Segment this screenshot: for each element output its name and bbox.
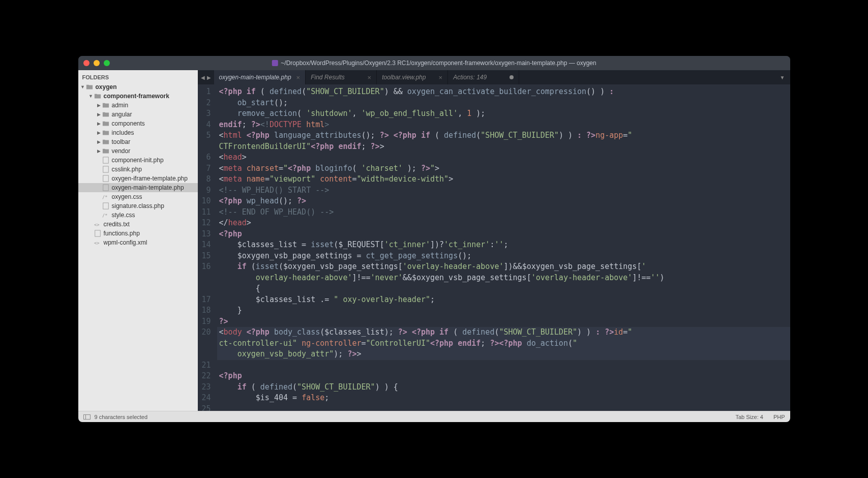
tree-file[interactable]: <>credits.txt bbox=[78, 220, 198, 229]
line-number[interactable]: 20 bbox=[202, 327, 211, 338]
code-line[interactable]: <!-- WP_HEAD() START --> bbox=[217, 185, 790, 196]
line-number[interactable]: 24 bbox=[202, 393, 211, 404]
code-line[interactable]: ct-controller-ui" ng-controller="Control… bbox=[217, 338, 790, 349]
maximize-window-button[interactable] bbox=[104, 60, 110, 66]
code-line[interactable]: <meta name="viewport" content="width=dev… bbox=[217, 174, 790, 185]
disclosure-arrow-icon[interactable] bbox=[97, 103, 102, 108]
line-number[interactable]: 12 bbox=[202, 218, 211, 229]
code-line[interactable] bbox=[217, 404, 790, 411]
code-line[interactable]: $classes_list .= " oxy-overlay-header"; bbox=[217, 294, 790, 306]
folder-tree[interactable]: oxygencomponent-frameworkadminangularcom… bbox=[78, 82, 198, 411]
tab-close-icon[interactable]: × bbox=[368, 74, 372, 81]
line-number[interactable]: 25 bbox=[202, 404, 211, 411]
line-number[interactable] bbox=[202, 283, 211, 294]
panel-toggle-icon[interactable] bbox=[83, 414, 91, 420]
line-number[interactable]: 10 bbox=[202, 196, 211, 207]
tree-file[interactable]: /*style.css bbox=[78, 211, 198, 220]
line-number[interactable]: 11 bbox=[202, 207, 211, 218]
code-line[interactable]: <html <?php language_attributes(); ?> <?… bbox=[217, 130, 790, 141]
tab[interactable]: Find Results× bbox=[306, 70, 377, 84]
line-number[interactable]: 17 bbox=[202, 294, 211, 306]
line-number[interactable]: 21 bbox=[202, 360, 211, 371]
minimize-window-button[interactable] bbox=[94, 60, 100, 66]
tree-file[interactable]: /*oxygen.css bbox=[78, 192, 198, 201]
line-number[interactable] bbox=[202, 273, 211, 284]
disclosure-arrow-icon[interactable] bbox=[97, 139, 102, 144]
tab-back-icon[interactable]: ◀ bbox=[201, 75, 205, 80]
code-line[interactable]: <!-- END OF WP_HEAD() --> bbox=[217, 207, 790, 218]
line-number[interactable]: 15 bbox=[202, 251, 211, 262]
disclosure-arrow-icon[interactable] bbox=[80, 84, 85, 89]
line-number[interactable] bbox=[202, 141, 211, 153]
tree-folder[interactable]: component-framework bbox=[78, 92, 198, 101]
tree-file[interactable]: component-init.php bbox=[78, 156, 198, 165]
tab[interactable]: toolbar.view.php× bbox=[377, 70, 448, 84]
close-window-button[interactable] bbox=[83, 60, 89, 66]
tab[interactable]: Actions: 149 bbox=[448, 70, 519, 84]
line-number[interactable]: 1 bbox=[202, 86, 211, 98]
code-line[interactable]: overlay-header-above']!=='never'&&$oxyge… bbox=[217, 273, 790, 284]
tree-folder[interactable]: includes bbox=[78, 128, 198, 137]
code-line[interactable]: $classes_list = isset($_REQUEST['ct_inne… bbox=[217, 240, 790, 251]
line-number[interactable]: 13 bbox=[202, 229, 211, 240]
disclosure-arrow-icon[interactable] bbox=[97, 130, 102, 135]
syntax-button[interactable]: PHP bbox=[773, 414, 785, 420]
code-line[interactable]: <?php if ( defined("SHOW_CT_BUILDER") &&… bbox=[217, 86, 790, 98]
tab-forward-icon[interactable]: ▶ bbox=[207, 75, 211, 80]
line-number[interactable]: 14 bbox=[202, 240, 211, 251]
disclosure-arrow-icon[interactable] bbox=[97, 148, 102, 154]
code-line[interactable]: oxygen_vsb_body_attr"); ?>> bbox=[217, 349, 790, 360]
line-number[interactable]: 23 bbox=[202, 382, 211, 393]
line-number[interactable]: 7 bbox=[202, 163, 211, 174]
line-gutter[interactable]: 1234567891011121314151617181920212223242… bbox=[198, 84, 217, 411]
tab[interactable]: oxygen-main-template.php× bbox=[214, 70, 306, 84]
code-content[interactable]: <?php if ( defined("SHOW_CT_BUILDER") &&… bbox=[217, 84, 790, 411]
line-number[interactable]: 16 bbox=[202, 261, 211, 273]
code-line[interactable]: </head> bbox=[217, 218, 790, 229]
tree-folder[interactable]: components bbox=[78, 119, 198, 128]
code-line[interactable]: <?php bbox=[217, 371, 790, 382]
line-number[interactable]: 3 bbox=[202, 108, 211, 120]
tab-size-button[interactable]: Tab Size: 4 bbox=[735, 414, 763, 420]
tree-folder[interactable]: oxygen bbox=[78, 82, 198, 92]
tree-file[interactable]: oxygen-iframe-template.php bbox=[78, 174, 198, 183]
tree-folder[interactable]: toolbar bbox=[78, 137, 198, 146]
code-line[interactable]: ob_start(); bbox=[217, 98, 790, 109]
tab-close-icon[interactable]: × bbox=[296, 74, 301, 81]
line-number[interactable]: 4 bbox=[202, 120, 211, 131]
tree-folder[interactable]: angular bbox=[78, 110, 198, 119]
line-number[interactable]: 18 bbox=[202, 305, 211, 316]
code-line[interactable]: <head> bbox=[217, 152, 790, 163]
line-number[interactable]: 22 bbox=[202, 371, 211, 382]
code-line[interactable]: remove_action( 'shutdown', 'wp_ob_end_fl… bbox=[217, 108, 790, 120]
line-number[interactable]: 6 bbox=[202, 152, 211, 163]
code-line[interactable]: ?> bbox=[217, 316, 790, 327]
line-number[interactable] bbox=[202, 349, 211, 360]
titlebar[interactable]: ~/Dropbox/WordPress/Plugins/Oxygen/2.3 R… bbox=[78, 56, 790, 70]
tree-file[interactable]: oxygen-main-template.php bbox=[78, 183, 198, 192]
disclosure-arrow-icon[interactable] bbox=[88, 94, 94, 99]
tree-file[interactable]: <>wpml-config.xml bbox=[78, 238, 198, 247]
line-number[interactable]: 9 bbox=[202, 185, 211, 196]
tree-folder[interactable]: vendor bbox=[78, 146, 198, 156]
code-line[interactable]: <?php wp_head(); ?> bbox=[217, 196, 790, 207]
code-line[interactable]: <body <?php body_class($classes_list); ?… bbox=[217, 327, 790, 338]
code-line[interactable]: endif; ?><!DOCTYPE html> bbox=[217, 120, 790, 131]
code-line[interactable]: if ( defined("SHOW_CT_BUILDER") ) { bbox=[217, 382, 790, 393]
code-line[interactable]: $is_404 = false; bbox=[217, 393, 790, 404]
code-line[interactable]: <meta charset="<?php bloginfo( 'charset'… bbox=[217, 163, 790, 174]
code-area[interactable]: 1234567891011121314151617181920212223242… bbox=[198, 84, 790, 411]
tab-close-icon[interactable]: × bbox=[439, 74, 443, 81]
line-number[interactable] bbox=[202, 338, 211, 349]
tree-file[interactable]: signature.class.php bbox=[78, 201, 198, 211]
line-number[interactable]: 5 bbox=[202, 130, 211, 141]
tree-folder[interactable]: admin bbox=[78, 101, 198, 110]
tree-file[interactable]: functions.php bbox=[78, 229, 198, 238]
line-number[interactable]: 19 bbox=[202, 316, 211, 327]
code-line[interactable]: if (isset($oxygen_vsb_page_settings['ove… bbox=[217, 261, 790, 273]
code-line[interactable]: CTFrontendBuilderUI"<?php endif; ?>> bbox=[217, 141, 790, 153]
tab-menu-button[interactable]: ▼ bbox=[775, 70, 790, 84]
line-number[interactable]: 2 bbox=[202, 98, 211, 109]
disclosure-arrow-icon[interactable] bbox=[97, 121, 102, 126]
tree-file[interactable]: csslink.php bbox=[78, 165, 198, 174]
